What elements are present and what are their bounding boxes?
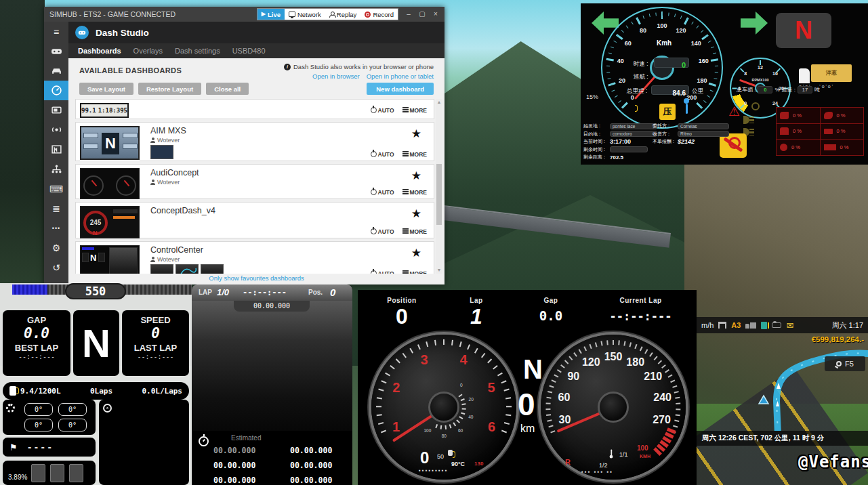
auto-button[interactable]: AUTO	[371, 151, 394, 158]
scroll-down-icon[interactable]: ▼	[436, 267, 442, 274]
odometer-unit: 公里	[692, 87, 703, 96]
dashboard-name: AudiConcept	[150, 168, 199, 177]
sidebar-item-dash-studio[interactable]	[44, 81, 68, 100]
open-in-phone-link[interactable]: Open in phone or tablet	[367, 72, 434, 80]
dashboard-card[interactable]: N AIM MXS Wotever ★ AUTO MORE	[75, 122, 434, 161]
minimize-button[interactable]: –	[402, 8, 415, 20]
fuel-value: 9.4/1200L	[20, 387, 61, 396]
scrollbar[interactable]: ▲ ▼	[436, 99, 442, 274]
links-line: Open in browser Open in phone or tablet	[312, 72, 434, 80]
gauge-tick	[601, 341, 603, 345]
gauge-label: 12	[758, 65, 763, 70]
more-button[interactable]: MORE	[402, 151, 428, 158]
history-icon[interactable]: ↺	[44, 257, 68, 277]
sidebar-item-controllers[interactable]	[44, 41, 68, 61]
new-dashboard-button[interactable]: New dashboard	[367, 83, 434, 95]
keyboard-icon[interactable]: ⌨	[44, 179, 68, 198]
tire-icon	[6, 404, 15, 413]
fuel-full: 1/1	[619, 451, 628, 458]
transmission-icon	[824, 112, 833, 119]
dashboard-card[interactable]: 99.1 1:18:395 AUTO MORE	[75, 99, 434, 119]
map-zoom-button[interactable]: F5	[825, 356, 865, 371]
favourite-star-icon[interactable]: ★	[411, 208, 421, 219]
field-row: 剩余时间 :	[583, 146, 719, 153]
fuel-station-icon[interactable]	[761, 322, 767, 329]
field-row: 剩余距离 :702.5	[583, 154, 719, 161]
dashboard-card[interactable]: N ControlCenter Wotever ★	[75, 241, 434, 274]
auto-button[interactable]: AUTO	[371, 270, 394, 274]
replay-button[interactable]: Replay	[325, 9, 361, 20]
auto-button[interactable]: AUTO	[371, 107, 394, 114]
menu-icon[interactable]: ≡	[44, 22, 68, 41]
speed-unit-label: Kmh	[657, 39, 671, 47]
favourites-filter-link[interactable]: Only show favourites dashboards	[68, 274, 445, 282]
cruise-field-label: 巡航 :	[634, 73, 648, 81]
maximize-button[interactable]: ▢	[416, 8, 428, 20]
more-button[interactable]: MORE	[402, 189, 428, 196]
tab-usbd480[interactable]: USBD480	[227, 47, 271, 55]
truck-icon[interactable]	[745, 322, 756, 329]
sidebar-item-leds[interactable]	[44, 140, 68, 159]
sidebar-item-network[interactable]	[44, 159, 68, 179]
daylight-icon	[751, 102, 760, 110]
dashboard-card[interactable]: 245 N ConceptDash_v4 ★ AUTO MORE	[75, 202, 434, 238]
flag-panel: ⚑ ----	[3, 438, 96, 457]
gauge-tick	[579, 349, 582, 354]
gauge-tick	[668, 12, 669, 16]
map-panel	[99, 400, 189, 485]
gap-value: 0.0	[3, 325, 70, 341]
auto-button[interactable]: AUTO	[371, 189, 394, 196]
tab-dash-settings[interactable]: Dash settings	[169, 47, 226, 55]
restore-layout-button[interactable]: Restore Layout	[138, 83, 201, 95]
more-button[interactable]: MORE	[402, 228, 428, 235]
sidebar-item-devices[interactable]	[44, 100, 68, 120]
more-icon	[402, 107, 409, 112]
scroll-up-icon[interactable]: ▲	[436, 99, 442, 106]
app-header: Dash Studio	[68, 22, 445, 43]
gauge-tick	[670, 379, 675, 382]
list-icon[interactable]: ≣	[44, 198, 68, 218]
truck-cab-icon	[799, 68, 810, 83]
rest-stop-icon[interactable]	[772, 322, 781, 328]
more-button[interactable]: MORE	[402, 107, 428, 114]
network-button[interactable]: Network	[285, 9, 325, 20]
simhub-logo	[75, 26, 89, 39]
dashboard-card[interactable]: AudiConcept Wotever ★ AUTO MORE	[75, 164, 434, 199]
record-button[interactable]: Record	[360, 9, 398, 20]
open-in-browser-link[interactable]: Open in browser	[312, 72, 360, 80]
scrollbar-thumb[interactable]	[436, 164, 442, 225]
gauge-label: 5	[488, 379, 495, 395]
sidebar-item-car[interactable]	[44, 61, 68, 81]
live-button[interactable]: ▶Live	[257, 9, 285, 20]
damage-cell-wheels: 0 %	[777, 140, 820, 155]
damage-cell-trailer: 0 %	[821, 140, 864, 155]
messages-icon[interactable]: ✉	[786, 321, 793, 330]
sidebar-item-sound[interactable]	[44, 120, 68, 140]
more-options-icon[interactable]: •••	[44, 218, 68, 238]
close-button[interactable]: ×	[430, 8, 442, 20]
favourite-star-icon[interactable]: ★	[411, 128, 421, 140]
favourite-star-icon[interactable]: ★	[411, 170, 421, 182]
close-all-button[interactable]: Close all	[206, 83, 249, 95]
gauge-tick	[676, 408, 680, 410]
gap-label: GAP	[3, 315, 70, 325]
tab-overlays[interactable]: Overlays	[128, 47, 168, 55]
power-icon	[371, 228, 377, 234]
settings-gear-icon[interactable]: ⚙	[44, 238, 68, 257]
gauge-tick	[546, 402, 551, 404]
tire-temp-fr: 0°	[58, 403, 87, 416]
time-cell: 00.00.000	[290, 461, 332, 470]
more-button[interactable]: MORE	[402, 270, 428, 274]
titlebar[interactable]: SIMHUB - ETS2 - GAME CONNECTED ▶Live Net…	[44, 7, 445, 22]
favourite-star-icon[interactable]: ★	[411, 247, 421, 259]
gauge-tick	[654, 356, 658, 360]
tab-dashboards[interactable]: Dashboards	[73, 47, 127, 55]
position-column: Position 0	[365, 297, 439, 329]
auto-button[interactable]: AUTO	[371, 228, 394, 235]
save-layout-button[interactable]: Save Layout	[79, 83, 133, 95]
speed-label: SPEED	[122, 315, 189, 325]
dashboard-list[interactable]: 99.1 1:18:395 AUTO MORE N	[75, 99, 434, 274]
gap-panel: GAP 0.0 BEST LAP --:--:---	[3, 310, 70, 376]
gauge-tick	[376, 406, 381, 407]
sub-thumbnail	[175, 264, 199, 274]
